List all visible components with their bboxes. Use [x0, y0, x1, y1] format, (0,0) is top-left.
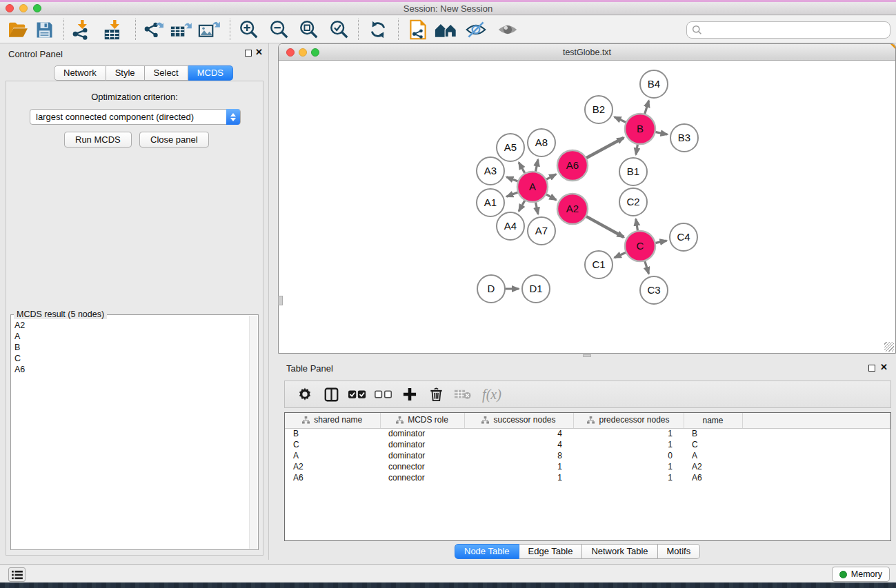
table-row[interactable]: A6connector11A6: [285, 472, 890, 483]
mcds-result-item[interactable]: A: [14, 331, 248, 342]
tab-edge-table[interactable]: Edge Table: [519, 544, 583, 559]
column-layout-icon[interactable]: [318, 383, 344, 406]
graph-edge-A-A3[interactable]: [506, 177, 518, 181]
graph-edge-C-C2[interactable]: [636, 219, 638, 232]
graph-edge-A-A4[interactable]: [519, 200, 525, 211]
export-image-icon[interactable]: [197, 18, 221, 41]
export-network-icon[interactable]: [141, 18, 166, 41]
graph-node-D[interactable]: D: [477, 275, 505, 303]
table-cell[interactable]: 1: [573, 428, 684, 439]
graph-edge-A-A7[interactable]: [535, 202, 538, 214]
graph-edge-A-A6[interactable]: [546, 174, 556, 180]
table-cell[interactable]: dominator: [380, 450, 464, 461]
tab-select[interactable]: Select: [145, 65, 188, 81]
float-panel-icon[interactable]: [245, 50, 252, 57]
graph-node-B2[interactable]: B2: [585, 96, 613, 123]
optimization-criterion-select[interactable]: largest connected component (directed): [30, 109, 241, 125]
zoom-out-icon[interactable]: [267, 18, 292, 41]
resize-grip-icon[interactable]: [884, 342, 894, 352]
network-canvas[interactable]: B4B2BB3A8A5A6A3B1AC2A1A2A4A7C4CC1DD1C3: [279, 61, 895, 353]
table-cell[interactable]: 1: [464, 461, 573, 472]
close-panel-icon[interactable]: ✕: [880, 362, 888, 372]
table-cell[interactable]: B: [285, 428, 380, 439]
export-table-icon[interactable]: [168, 18, 193, 41]
tab-network-table[interactable]: Network Table: [582, 544, 657, 559]
column-header-name[interactable]: name: [684, 413, 742, 428]
table-cell[interactable]: A6: [285, 472, 380, 483]
table-cell[interactable]: 1: [573, 461, 684, 472]
mcds-result-list[interactable]: A2ABCA6: [12, 318, 248, 549]
delete-icon[interactable]: [423, 383, 449, 406]
close-panel-icon[interactable]: ✕: [255, 47, 263, 57]
table-cell[interactable]: connector: [380, 472, 464, 483]
table-cell[interactable]: B: [684, 428, 742, 439]
graph-node-C3[interactable]: C3: [640, 276, 668, 304]
float-panel-icon[interactable]: [868, 365, 875, 372]
import-table-icon[interactable]: [101, 18, 126, 41]
minimize-view-button[interactable]: [299, 48, 307, 57]
delete-table-icon[interactable]: [449, 383, 475, 406]
tab-style[interactable]: Style: [106, 65, 145, 81]
graph-node-C4[interactable]: C4: [670, 223, 697, 251]
zoom-view-button[interactable]: [311, 48, 319, 57]
table-row[interactable]: Bdominator41B: [285, 428, 890, 439]
mcds-list-scrollbar[interactable]: [249, 316, 257, 549]
table-cell[interactable]: A2: [684, 461, 742, 472]
show-eye-icon[interactable]: [495, 18, 520, 41]
settings-gear-icon[interactable]: [292, 383, 318, 406]
graph-node-A5[interactable]: A5: [497, 134, 524, 161]
close-window-button[interactable]: [6, 4, 14, 12]
table-cell[interactable]: 1: [573, 472, 684, 483]
hide-eye-icon[interactable]: [464, 18, 488, 41]
graph-edge-B-B1[interactable]: [636, 144, 638, 155]
graph-node-C2[interactable]: C2: [619, 188, 647, 216]
mcds-result-item[interactable]: A6: [14, 364, 248, 375]
column-header-predecessor-nodes[interactable]: predecessor nodes: [573, 413, 684, 428]
graph-edge-A-A8[interactable]: [535, 160, 538, 172]
table-cell[interactable]: A: [684, 450, 742, 461]
graph-node-B1[interactable]: B1: [619, 158, 647, 185]
mcds-result-item[interactable]: C: [14, 353, 248, 364]
close-view-button[interactable]: [286, 48, 295, 57]
search-input[interactable]: [706, 25, 890, 35]
graph-edge-A-A2[interactable]: [546, 194, 556, 200]
run-mcds-button[interactable]: Run MCDS: [64, 132, 132, 148]
graph-node-B[interactable]: B: [625, 114, 655, 144]
table-header-row[interactable]: shared nameMCDS rolesuccessor nodesprede…: [285, 413, 890, 428]
graph-node-A6[interactable]: A6: [557, 150, 588, 181]
home-icon[interactable]: [434, 18, 459, 41]
column-header-successor-nodes[interactable]: successor nodes: [464, 413, 573, 428]
graph-edge-B-B2[interactable]: [615, 117, 626, 123]
zoom-fit-icon[interactable]: [297, 18, 321, 41]
vertical-splitter-handle[interactable]: [278, 296, 283, 305]
graph-node-A1[interactable]: A1: [477, 189, 504, 216]
table-cell[interactable]: 8: [464, 450, 573, 461]
graph-node-B3[interactable]: B3: [670, 124, 698, 152]
tab-network[interactable]: Network: [54, 65, 106, 81]
tab-node-table[interactable]: Node Table: [455, 544, 519, 559]
table-cell[interactable]: connector: [380, 461, 464, 472]
table-cell[interactable]: dominator: [380, 428, 464, 439]
graph-edge-C-C1[interactable]: [615, 252, 626, 258]
select-all-icon[interactable]: [344, 383, 370, 406]
tab-motifs[interactable]: Motifs: [658, 544, 701, 559]
zoom-window-button[interactable]: [33, 4, 41, 12]
table-cell[interactable]: 4: [464, 428, 573, 439]
graph-node-A3[interactable]: A3: [477, 157, 504, 185]
table-row[interactable]: A2connector11A2: [285, 461, 890, 472]
graph-node-D1[interactable]: D1: [522, 275, 550, 303]
task-history-button[interactable]: [8, 567, 26, 582]
table-cell[interactable]: A6: [684, 472, 742, 483]
column-header-mcds-role[interactable]: MCDS role: [380, 413, 464, 428]
table-cell[interactable]: A: [285, 450, 380, 461]
table-cell[interactable]: 1: [464, 472, 573, 483]
graph-edge-B-B4[interactable]: [645, 101, 649, 114]
table-cell[interactable]: C: [285, 439, 380, 450]
minimize-window-button[interactable]: [19, 4, 28, 12]
graph-edge-C-C4[interactable]: [655, 241, 667, 243]
graph-edge-A6-B[interactable]: [586, 138, 624, 159]
horizontal-splitter-handle[interactable]: [583, 354, 591, 357]
graph-node-C[interactable]: C: [625, 231, 655, 261]
attribute-table[interactable]: shared nameMCDS rolesuccessor nodesprede…: [285, 413, 890, 483]
graph-edge-A2-C[interactable]: [586, 216, 624, 237]
